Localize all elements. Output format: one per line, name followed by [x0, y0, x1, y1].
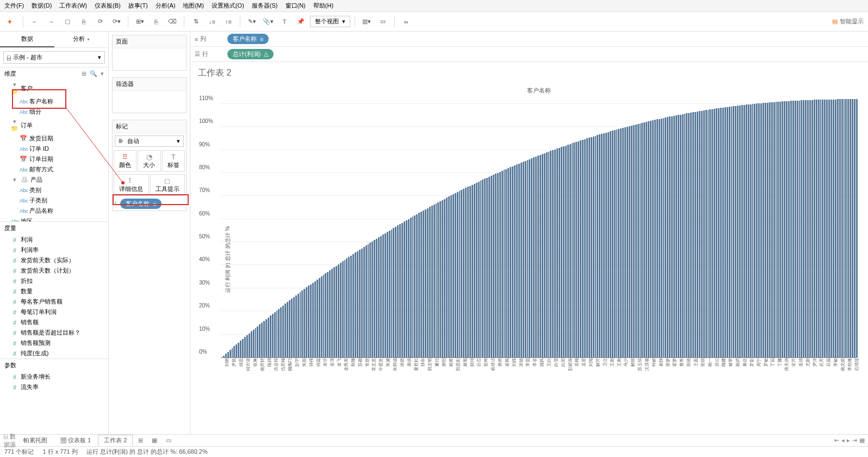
bar[interactable]	[461, 190, 462, 357]
mark-type-dropdown[interactable]: ⊪自动▾	[115, 135, 184, 147]
bar[interactable]	[718, 108, 720, 357]
bar[interactable]	[408, 219, 410, 357]
new-story-icon[interactable]: ▭	[162, 437, 175, 444]
detail-button[interactable]: ⠇详细信息	[114, 174, 149, 196]
prev-icon[interactable]: ◂	[841, 437, 845, 444]
new-worksheet-icon[interactable]: ⊞	[134, 437, 147, 444]
bar[interactable]	[233, 346, 235, 357]
dim-类别[interactable]: Abc类别	[0, 185, 108, 195]
bar[interactable]	[599, 134, 600, 357]
bar[interactable]	[614, 130, 616, 357]
bar[interactable]	[235, 344, 237, 357]
bar[interactable]	[762, 103, 764, 357]
bar[interactable]	[331, 269, 333, 357]
bar[interactable]	[678, 115, 679, 357]
bar[interactable]	[714, 109, 715, 357]
tooltip-button[interactable]: ◻工具提示	[150, 174, 185, 196]
menu-data[interactable]: 数据(D)	[32, 2, 52, 10]
bar[interactable]	[491, 176, 492, 357]
bar[interactable]	[650, 121, 652, 357]
bar[interactable]	[238, 343, 239, 357]
bar[interactable]	[488, 177, 490, 357]
param-新业务增长[interactable]: #新业务增长	[0, 372, 108, 382]
bar[interactable]	[690, 113, 692, 357]
bar[interactable]	[767, 103, 768, 357]
bar[interactable]	[301, 291, 303, 357]
bar[interactable]	[750, 104, 752, 357]
bar[interactable]	[308, 286, 309, 357]
bar[interactable]	[448, 196, 450, 357]
bar[interactable]	[425, 209, 426, 357]
bar[interactable]	[643, 122, 645, 357]
bar[interactable]	[786, 101, 788, 357]
bar[interactable]	[669, 116, 671, 357]
meas-每笔订单利润[interactable]: #每笔订单利润	[0, 307, 108, 317]
bar[interactable]	[640, 123, 641, 357]
bar[interactable]	[363, 247, 365, 357]
data-tab[interactable]: 数据	[0, 32, 54, 47]
tab-pareto[interactable]: 帕累托图	[17, 435, 53, 446]
bar[interactable]	[559, 148, 560, 357]
bar[interactable]	[504, 170, 505, 357]
bar[interactable]	[314, 281, 316, 357]
bar[interactable]	[442, 200, 443, 357]
bar[interactable]	[510, 167, 511, 357]
dim-客户名称[interactable]: Abc客户名称	[0, 96, 108, 107]
menu-analysis[interactable]: 分析(A)	[156, 2, 176, 10]
marks-customer-pill[interactable]: 客户名称≡	[120, 199, 162, 209]
bar[interactable]	[550, 151, 551, 357]
columns-shelf[interactable]: ≡列 客户名称≡	[190, 32, 868, 47]
bar[interactable]	[371, 242, 373, 357]
dim-细分[interactable]: Abc细分	[0, 107, 108, 117]
bar[interactable]	[240, 341, 241, 357]
bar[interactable]	[837, 99, 839, 357]
bar[interactable]	[688, 113, 690, 357]
menu-format[interactable]: 设置格式(O)	[212, 2, 244, 10]
meas-销售额[interactable]: #销售额	[0, 317, 108, 328]
bar[interactable]	[695, 112, 696, 357]
bar[interactable]	[563, 146, 565, 357]
bar[interactable]	[274, 312, 276, 357]
bar[interactable]	[709, 109, 711, 357]
bar[interactable]	[779, 102, 781, 357]
bar[interactable]	[395, 227, 396, 357]
bar[interactable]	[282, 306, 284, 357]
sort-desc-icon[interactable]: ↑≡	[221, 15, 235, 29]
columns-pill[interactable]: 客户名称≡	[227, 34, 269, 44]
bar[interactable]	[529, 159, 530, 357]
bar[interactable]	[336, 266, 337, 357]
bar[interactable]	[548, 152, 550, 357]
bar[interactable]	[312, 283, 314, 357]
bar[interactable]	[680, 115, 681, 357]
bar[interactable]	[340, 263, 342, 357]
bar[interactable]	[705, 110, 707, 357]
bar[interactable]	[433, 205, 435, 357]
bar[interactable]	[537, 156, 539, 357]
bar[interactable]	[284, 304, 286, 357]
bar[interactable]	[635, 125, 637, 357]
bar[interactable]	[746, 104, 747, 357]
bar[interactable]	[450, 195, 452, 357]
bar[interactable]	[507, 168, 509, 357]
bar[interactable]	[575, 142, 577, 357]
bar[interactable]	[818, 100, 820, 357]
bar[interactable]	[463, 189, 464, 357]
first-icon[interactable]: ⇤	[834, 437, 839, 444]
bar[interactable]	[654, 120, 656, 357]
bar[interactable]	[278, 309, 280, 357]
bar[interactable]	[665, 118, 666, 357]
bar[interactable]	[716, 108, 717, 357]
bar[interactable]	[333, 267, 335, 357]
bar[interactable]	[629, 126, 630, 357]
bar[interactable]	[505, 169, 507, 357]
bar[interactable]	[618, 129, 619, 357]
menu-dashboard[interactable]: 仪表板(B)	[95, 2, 121, 10]
dim-子类别[interactable]: Abc子类别	[0, 195, 108, 206]
param-流失率[interactable]: #流失率	[0, 382, 108, 392]
bar[interactable]	[374, 240, 375, 357]
bar[interactable]	[822, 100, 823, 357]
dim-订单 ID[interactable]: Abc订单 ID	[0, 144, 108, 154]
bar[interactable]	[293, 297, 295, 357]
bar[interactable]	[803, 100, 804, 357]
group-icon[interactable]: 📎▾	[261, 15, 275, 29]
